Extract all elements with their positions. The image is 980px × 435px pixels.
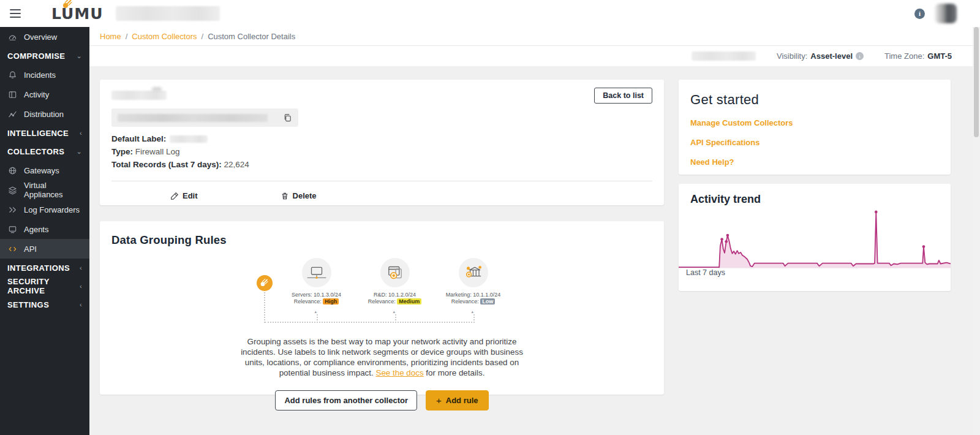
code-icon	[7, 244, 17, 254]
grouping-description: Grouping assets is the best way to map y…	[236, 336, 529, 378]
chevron-left-icon: ‹	[80, 264, 82, 271]
info-icon[interactable]: i	[914, 9, 925, 19]
sidebar-item-intelligence[interactable]: INTELLIGENCE‹	[0, 124, 89, 142]
layers-icon	[7, 185, 17, 195]
see-the-docs-link[interactable]: See the docs	[375, 368, 423, 377]
sidebar-item-label: INTEGRATIONS	[7, 263, 70, 273]
marketing-icon	[459, 258, 488, 287]
redacted-company-name	[116, 6, 220, 21]
total-records-value: 22,624	[224, 160, 249, 169]
sidebar-item-distribution[interactable]: Distribution	[0, 104, 89, 124]
group-figure: Servers: 10.1.3.0/24Relevance: High	[286, 258, 347, 304]
monitor-icon	[7, 224, 17, 234]
get-started-link-manage-custom-collectors[interactable]: Manage Custom Collectors	[690, 118, 939, 127]
edit-button[interactable]: Edit	[170, 191, 198, 200]
comet-icon	[62, 0, 73, 9]
grouping-title: Data Grouping Rules	[111, 233, 652, 247]
connector-line	[265, 322, 475, 323]
connector-caret-icon: ▴	[315, 309, 317, 314]
type-row: Type: Firewall Log	[111, 146, 652, 158]
bell-icon	[7, 70, 17, 80]
redacted-default-label	[170, 135, 208, 143]
chevron-left-icon: ‹	[80, 301, 82, 308]
breadcrumb-separator: /	[202, 32, 204, 41]
sidebar-item-agents[interactable]: Agents	[0, 219, 89, 239]
gauge-icon	[7, 32, 17, 42]
sidebar-item-overview[interactable]: Overview	[0, 27, 89, 47]
sidebar-item-activity[interactable]: Activity	[0, 85, 89, 104]
activity-trend-card: Activity trend Last 7 days	[679, 184, 951, 291]
breadcrumb: Home/Custom Collectors/Custom Collector …	[89, 27, 980, 46]
sidebar-item-collectors[interactable]: COLLECTORS⌄	[0, 142, 89, 161]
copy-icon[interactable]	[281, 112, 293, 124]
sidebar-item-label: INTELLIGENCE	[7, 129, 69, 138]
lumu-comet-badge-icon	[257, 275, 273, 291]
sidebar-item-settings[interactable]: SETTINGS‹	[0, 295, 89, 314]
breadcrumb-custom-collectors[interactable]: Custom Collectors	[132, 32, 197, 41]
app-header: LUMU i	[0, 0, 980, 27]
connector-line	[317, 314, 318, 323]
scrollbar-thumb[interactable]	[974, 27, 979, 137]
relevance-badge: Medium	[397, 298, 421, 304]
sidebar-item-gateways[interactable]: Gateways	[0, 161, 89, 180]
sidebar-item-compromise[interactable]: COMPROMISE⌄	[0, 47, 89, 65]
visibility-indicator: Visibility: Asset-level i	[777, 51, 864, 61]
activity-icon	[7, 89, 17, 99]
visibility-info-icon[interactable]: i	[856, 52, 864, 60]
sidebar-item-virtual-appliances[interactable]: Virtual Appliances	[0, 180, 89, 200]
type-key: Type:	[111, 147, 133, 156]
collector-details-card: Back to list Default Label: Type: Firewa…	[100, 80, 664, 205]
avatar[interactable]	[935, 4, 957, 23]
group-relevance: Relevance: Medium	[364, 298, 426, 304]
sidebar-item-label: Distribution	[24, 110, 64, 119]
timezone-indicator: Time Zone: GMT-5	[884, 51, 952, 61]
relevance-badge: High	[323, 298, 339, 304]
sidebar-item-incidents[interactable]: Incidents	[0, 65, 89, 85]
sidebar-item-label: Gateways	[24, 166, 59, 175]
get-started-link-api-specifications[interactable]: API Specifications	[690, 138, 939, 147]
redacted-collector-key	[118, 114, 268, 122]
group-relevance: Relevance: High	[286, 298, 347, 304]
get-started-link-need-help-[interactable]: Need Help?	[690, 157, 939, 167]
sidebar-item-api[interactable]: API	[0, 239, 89, 259]
sidebar: OverviewCOMPROMISE⌄IncidentsActivityDist…	[0, 27, 89, 435]
sidebar-item-security-archive[interactable]: SECURITY ARCHIVE‹	[0, 277, 89, 295]
sidebar-item-label: SECURITY ARCHIVE	[7, 277, 80, 295]
breadcrumb-custom-collector-details: Custom Collector Details	[208, 32, 295, 41]
chevron-left-icon: ‹	[80, 282, 82, 290]
main-content: Back to list Default Label: Type: Firewa…	[89, 66, 980, 435]
add-rules-from-collector-button[interactable]: Add rules from another collector	[275, 390, 417, 410]
group-name: Marketing: 10.1.1.0/24	[443, 292, 504, 298]
add-rule-button[interactable]: + Add rule	[426, 390, 489, 410]
forward-icon	[7, 205, 17, 214]
lumu-logo: LUMU	[51, 5, 104, 23]
sidebar-item-log-forwarders[interactable]: Log Forwarders	[0, 200, 89, 219]
sidebar-item-label: Agents	[24, 225, 48, 234]
sidebar-item-integrations[interactable]: INTEGRATIONS‹	[0, 259, 89, 277]
menu-toggle-icon[interactable]	[0, 0, 27, 27]
redacted-collector-name	[111, 91, 167, 100]
globe-icon	[7, 165, 17, 175]
connector-caret-icon: ▴	[472, 309, 474, 314]
sidebar-item-label: Incidents	[24, 70, 56, 80]
back-to-list-button[interactable]: Back to list	[594, 88, 652, 104]
group-relevance: Relevance: Low	[443, 298, 504, 304]
breadcrumb-home[interactable]: Home	[100, 32, 121, 41]
distribution-icon	[7, 109, 17, 119]
context-bar: Visibility: Asset-level i Time Zone: GMT…	[89, 46, 980, 66]
logo-text: LUMU	[51, 5, 104, 23]
trend-range-label: Last 7 days	[679, 268, 951, 277]
sidebar-item-label: Log Forwarders	[24, 205, 80, 214]
chevron-down-icon: ⌄	[76, 52, 82, 60]
timezone-label: Time Zone:	[884, 51, 924, 61]
group-name: Servers: 10.1.3.0/24	[286, 292, 347, 298]
sidebar-item-label: Activity	[24, 90, 49, 99]
trash-icon	[281, 192, 289, 200]
delete-button[interactable]: Delete	[281, 191, 317, 200]
grouping-illustration: Servers: 10.1.3.0/24Relevance: HighR&D: …	[238, 258, 526, 327]
rnd-icon	[380, 258, 410, 287]
get-started-card: Get started Manage Custom CollectorsAPI …	[679, 80, 951, 175]
total-records-key: Total Records (Last 7 days):	[111, 160, 222, 169]
vertical-scrollbar	[973, 27, 980, 435]
breadcrumb-separator: /	[126, 32, 128, 41]
